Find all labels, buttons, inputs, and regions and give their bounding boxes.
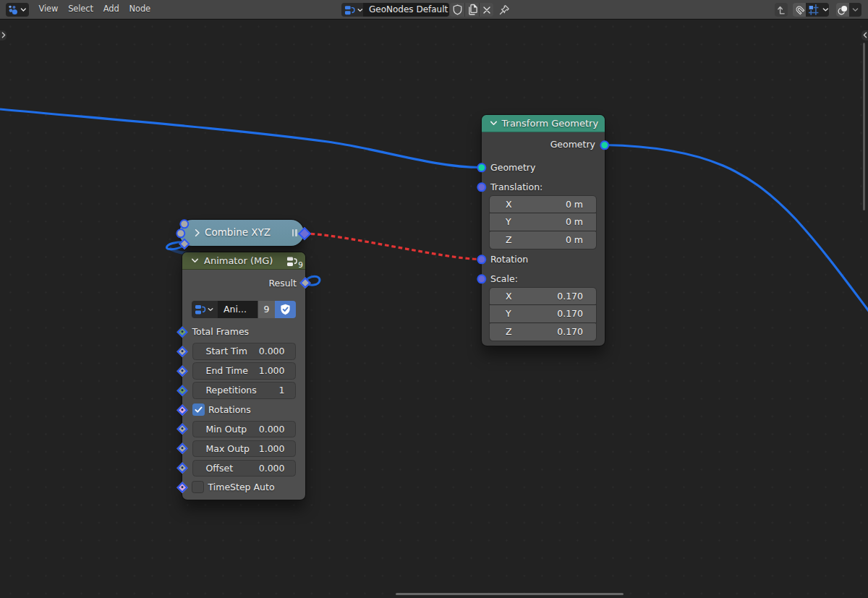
editor-type-button[interactable] bbox=[6, 3, 29, 17]
parent-tree-button[interactable] bbox=[775, 3, 788, 17]
socket-geometry-input[interactable] bbox=[477, 163, 486, 172]
group-user-count: 9 bbox=[298, 260, 303, 269]
socket-x-input[interactable] bbox=[179, 219, 189, 228]
toolbar-toggle-tab[interactable] bbox=[0, 30, 7, 40]
horizontal-scrollbar[interactable] bbox=[396, 593, 624, 596]
node-title: Combine XYZ bbox=[205, 220, 271, 245]
snapping-controls bbox=[793, 3, 829, 17]
chevron-down-icon bbox=[822, 7, 829, 13]
field-value: 1.000 bbox=[259, 363, 285, 379]
field-value: 0.170 bbox=[557, 305, 583, 322]
socket-translation-input[interactable] bbox=[477, 182, 486, 192]
translation-x-field[interactable]: X 0 m bbox=[490, 196, 596, 213]
field-label: Start Tim bbox=[206, 343, 247, 359]
geometry-nodes-editor-icon bbox=[7, 4, 19, 15]
expand-chevron-icon[interactable] bbox=[193, 228, 202, 237]
input-rotation-label: Rotation bbox=[490, 251, 528, 268]
field-value: 0.170 bbox=[557, 323, 583, 340]
chevron-down-icon bbox=[852, 7, 859, 13]
scale-z-field[interactable]: Z 0.170 bbox=[490, 323, 596, 340]
shield-icon bbox=[453, 4, 462, 15]
node-tree-dropdown[interactable] bbox=[341, 3, 363, 17]
offset-field[interactable]: Offset 0.000 bbox=[192, 460, 296, 477]
socket-rotation-input[interactable] bbox=[477, 255, 486, 264]
pin-icon bbox=[498, 4, 511, 16]
socket-scale-input[interactable] bbox=[477, 274, 486, 283]
node-tree-actions bbox=[450, 3, 493, 17]
scale-vector-fields: X 0.170 Y 0.170 Z 0.170 bbox=[490, 288, 596, 341]
nodetree-icon bbox=[286, 256, 298, 268]
vertical-scrollbar[interactable] bbox=[863, 43, 865, 210]
field-value: 1.000 bbox=[259, 441, 285, 457]
new-copy-button[interactable] bbox=[464, 3, 479, 17]
node-animator-group[interactable]: Animator (MG) 9 Result Ani... 9 bbox=[182, 252, 305, 500]
field-label: End Time bbox=[206, 363, 248, 379]
input-geometry-label: Geometry bbox=[490, 159, 535, 176]
menu-view[interactable]: View bbox=[34, 0, 64, 19]
field-label: Y bbox=[506, 213, 511, 230]
unlink-button[interactable] bbox=[479, 3, 493, 17]
scale-x-field[interactable]: X 0.170 bbox=[490, 288, 596, 304]
field-value: 0.170 bbox=[557, 288, 583, 304]
datablock-selector: Ani... 9 bbox=[192, 301, 296, 318]
fake-user-toggle[interactable] bbox=[275, 301, 296, 318]
node-editor-canvas[interactable] bbox=[0, 20, 868, 598]
collapse-chevron-icon[interactable] bbox=[490, 119, 498, 127]
field-value: 0 m bbox=[566, 196, 583, 213]
overlays-toggle-button[interactable] bbox=[836, 3, 849, 17]
field-label: X bbox=[506, 196, 512, 213]
start-time-field[interactable]: Start Tim 0.000 bbox=[192, 343, 296, 360]
socket-y-input[interactable] bbox=[176, 228, 185, 238]
muted-indicator-icon bbox=[292, 229, 297, 236]
nodetree-icon bbox=[195, 304, 206, 315]
node-combine-xyz[interactable]: Combine XYZ bbox=[179, 220, 304, 246]
field-label: Z bbox=[506, 231, 512, 248]
field-label: X bbox=[506, 288, 512, 304]
field-value: 1 bbox=[279, 383, 285, 398]
translation-y-field[interactable]: Y 0 m bbox=[490, 213, 596, 230]
snap-toggle-button[interactable] bbox=[793, 3, 806, 17]
close-icon bbox=[482, 6, 491, 14]
arrow-up-elbow-icon bbox=[776, 4, 786, 15]
overlays-dropdown[interactable] bbox=[849, 3, 861, 17]
node-title: Transform Geometry bbox=[502, 118, 599, 129]
datablock-dropdown[interactable] bbox=[192, 301, 218, 318]
field-label: Max Outp bbox=[206, 441, 250, 457]
menu-add[interactable]: Add bbox=[98, 0, 124, 19]
rotations-checkbox[interactable] bbox=[192, 403, 205, 416]
scale-y-field[interactable]: Y 0.170 bbox=[490, 305, 596, 322]
node-transform-header[interactable]: Transform Geometry bbox=[482, 115, 605, 132]
input-translation-label: Translation: bbox=[490, 179, 542, 196]
datablock-users-count[interactable]: 9 bbox=[258, 301, 275, 318]
shield-check-icon bbox=[280, 304, 291, 315]
menu-node[interactable]: Node bbox=[124, 0, 156, 19]
snap-target-dropdown[interactable] bbox=[806, 3, 829, 17]
min-output-field[interactable]: Min Outp 0.000 bbox=[192, 421, 296, 438]
overlays-icon bbox=[837, 4, 848, 16]
field-label: Repetitions bbox=[206, 383, 257, 398]
end-time-field[interactable]: End Time 1.000 bbox=[192, 362, 296, 380]
field-value: 0 m bbox=[566, 231, 583, 248]
pin-button[interactable] bbox=[498, 4, 511, 16]
datablock-name-field[interactable]: Ani... bbox=[218, 301, 258, 318]
sidebar-toggle-tab[interactable] bbox=[861, 30, 868, 40]
field-value: 0.000 bbox=[259, 343, 285, 359]
output-geometry-label: Geometry bbox=[550, 136, 595, 153]
node-transform-geometry[interactable]: Transform Geometry Geometry Geometry Tra… bbox=[482, 115, 605, 346]
timestep-checkbox[interactable] bbox=[192, 481, 204, 493]
node-animator-header[interactable]: Animator (MG) 9 bbox=[182, 252, 305, 270]
collapse-chevron-icon[interactable] bbox=[191, 257, 199, 265]
menu-select[interactable]: Select bbox=[63, 0, 98, 19]
magnet-icon bbox=[794, 4, 805, 15]
translation-z-field[interactable]: Z 0 m bbox=[490, 231, 596, 248]
fake-user-button[interactable] bbox=[450, 3, 464, 17]
max-output-field[interactable]: Max Outp 1.000 bbox=[192, 440, 296, 458]
output-result-label: Result bbox=[268, 275, 297, 292]
field-value: 0.000 bbox=[259, 461, 285, 477]
repetitions-field[interactable]: Repetitions 1 bbox=[192, 382, 296, 399]
chevron-down-icon bbox=[357, 7, 363, 13]
duplicate-pages-icon bbox=[467, 4, 478, 16]
node-tree-name-field[interactable]: GeoNodes Default bbox=[363, 3, 449, 17]
editor-header: View Select Add Node GeoNodes Default bbox=[0, 0, 868, 20]
field-value: 0.000 bbox=[259, 422, 285, 437]
